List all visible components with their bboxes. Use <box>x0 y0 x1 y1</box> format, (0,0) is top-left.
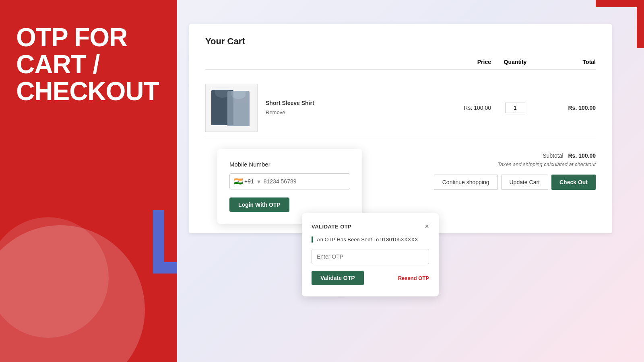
subtotal-label: Subtotal <box>543 152 563 159</box>
item-remove-link[interactable]: Remove <box>266 109 285 115</box>
col-total-header: Total <box>539 59 596 65</box>
cart-title: Your Cart <box>205 36 596 47</box>
right-panel: Your Cart Price Quantity Total Short Sle… <box>177 0 644 362</box>
subtotal-row: Subtotal Rs. 100.00 <box>543 152 596 159</box>
login-with-otp-button[interactable]: Login With OTP <box>229 197 289 212</box>
qty-input[interactable] <box>505 103 525 113</box>
hero-title: OTP FOR CART / CHECKOUT <box>0 0 177 105</box>
dropdown-icon: ▾ <box>257 178 260 185</box>
phone-input-row[interactable]: 🇮🇳 +91 ▾ 81234 56789 <box>229 173 350 189</box>
subtotal-value: Rs. 100.00 <box>568 152 596 159</box>
validate-footer: Validate OTP Resend OTP <box>312 271 429 285</box>
country-code: +91 <box>244 178 254 185</box>
resend-otp-link[interactable]: Resend OTP <box>398 275 429 281</box>
col-qty-header: Quantity <box>491 59 539 65</box>
close-button[interactable]: × <box>425 223 429 230</box>
validate-otp-title: VALIDATE OTP <box>312 224 351 230</box>
mobile-number-label: Mobile Number <box>229 161 350 168</box>
phone-number-display: 81234 56789 <box>264 178 297 185</box>
cart-table-header: Price Quantity Total <box>205 59 596 70</box>
item-price: Rs. 100.00 <box>435 105 491 111</box>
cart-item-row: Short Sleeve Shirt Remove Rs. 100.00 Rs.… <box>205 78 596 138</box>
item-image <box>205 84 258 132</box>
otp-info-text: An OTP Has Been Sent To 9180105XXXXX <box>312 237 429 243</box>
title-line1: OTP FOR <box>16 24 161 51</box>
left-panel: OTP FOR CART / CHECKOUT <box>0 0 177 362</box>
item-qty <box>491 103 539 113</box>
validate-otp-header: VALIDATE OTP × <box>312 223 429 230</box>
flag-icon: 🇮🇳 <box>234 177 243 186</box>
continue-shopping-button[interactable]: Continue shopping <box>434 175 498 190</box>
item-name: Short Sleeve Shirt <box>266 100 435 106</box>
otp-login-card: Mobile Number 🇮🇳 +91 ▾ 81234 56789 Login… <box>217 149 362 224</box>
taxes-text: Taxes and shipping calculated at checkou… <box>497 161 596 167</box>
checkout-button[interactable]: Check Out <box>551 175 596 190</box>
col-price-header: Price <box>435 59 491 65</box>
update-cart-button[interactable]: Update Cart <box>501 175 548 190</box>
validate-otp-button[interactable]: Validate OTP <box>312 271 364 285</box>
otp-input-field[interactable] <box>312 249 429 264</box>
shirt-illustration <box>209 88 254 128</box>
validate-otp-card: VALIDATE OTP × An OTP Has Been Sent To 9… <box>302 213 439 296</box>
cart-actions: Continue shopping Update Cart Check Out <box>434 175 596 190</box>
title-line3: CHECKOUT <box>16 78 161 105</box>
item-total: Rs. 100.00 <box>539 105 596 111</box>
item-info: Short Sleeve Shirt Remove <box>266 100 435 116</box>
title-line2: CART / <box>16 51 161 78</box>
l-shape-accent <box>153 210 177 274</box>
